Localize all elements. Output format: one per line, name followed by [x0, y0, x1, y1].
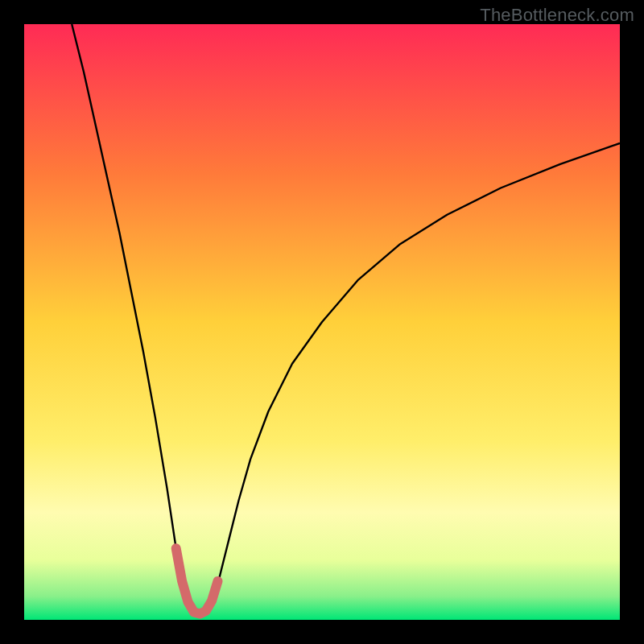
watermark-text: TheBottleneck.com	[480, 5, 634, 26]
plot-area	[24, 24, 620, 620]
outer-frame: { "watermark": "TheBottleneck.com", "cha…	[0, 0, 644, 644]
chart-svg	[24, 24, 620, 620]
